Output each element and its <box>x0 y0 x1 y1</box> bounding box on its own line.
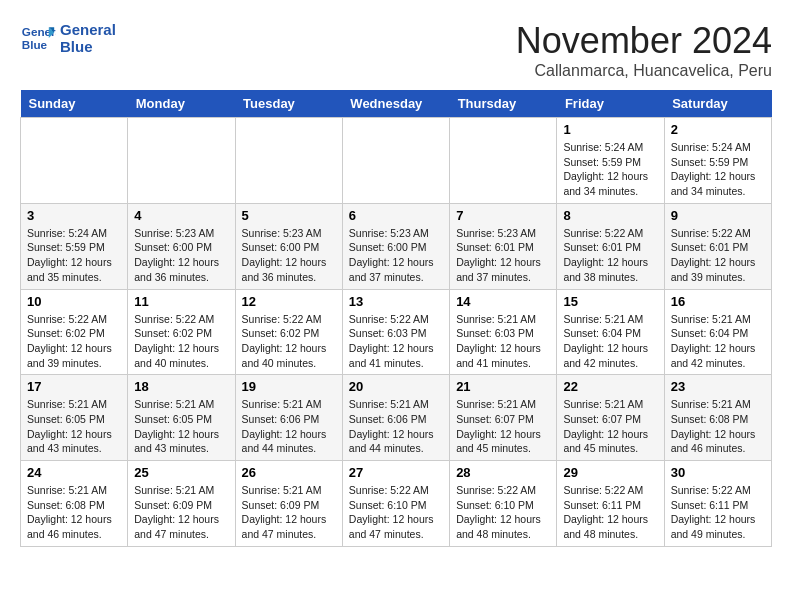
cell-info: Sunrise: 5:21 AM Sunset: 6:06 PM Dayligh… <box>242 397 336 456</box>
cell-info: Sunrise: 5:21 AM Sunset: 6:07 PM Dayligh… <box>456 397 550 456</box>
cell-info: Sunrise: 5:22 AM Sunset: 6:11 PM Dayligh… <box>563 483 657 542</box>
day-number: 11 <box>134 294 228 309</box>
col-header-tuesday: Tuesday <box>235 90 342 118</box>
calendar-cell <box>342 118 449 204</box>
calendar-cell: 20Sunrise: 5:21 AM Sunset: 6:06 PM Dayli… <box>342 375 449 461</box>
day-number: 21 <box>456 379 550 394</box>
calendar-cell: 13Sunrise: 5:22 AM Sunset: 6:03 PM Dayli… <box>342 289 449 375</box>
calendar-cell: 29Sunrise: 5:22 AM Sunset: 6:11 PM Dayli… <box>557 461 664 547</box>
cell-info: Sunrise: 5:21 AM Sunset: 6:04 PM Dayligh… <box>671 312 765 371</box>
day-number: 14 <box>456 294 550 309</box>
calendar-cell: 2Sunrise: 5:24 AM Sunset: 5:59 PM Daylig… <box>664 118 771 204</box>
cell-info: Sunrise: 5:24 AM Sunset: 5:59 PM Dayligh… <box>27 226 121 285</box>
calendar-cell: 12Sunrise: 5:22 AM Sunset: 6:02 PM Dayli… <box>235 289 342 375</box>
calendar-cell: 21Sunrise: 5:21 AM Sunset: 6:07 PM Dayli… <box>450 375 557 461</box>
cell-info: Sunrise: 5:22 AM Sunset: 6:11 PM Dayligh… <box>671 483 765 542</box>
day-number: 19 <box>242 379 336 394</box>
cell-info: Sunrise: 5:21 AM Sunset: 6:08 PM Dayligh… <box>27 483 121 542</box>
day-number: 28 <box>456 465 550 480</box>
cell-info: Sunrise: 5:22 AM Sunset: 6:01 PM Dayligh… <box>671 226 765 285</box>
calendar-cell: 22Sunrise: 5:21 AM Sunset: 6:07 PM Dayli… <box>557 375 664 461</box>
day-number: 18 <box>134 379 228 394</box>
logo-icon: General Blue <box>20 20 56 56</box>
cell-info: Sunrise: 5:24 AM Sunset: 5:59 PM Dayligh… <box>563 140 657 199</box>
title-area: November 2024 Callanmarca, Huancavelica,… <box>516 20 772 80</box>
day-number: 9 <box>671 208 765 223</box>
cell-info: Sunrise: 5:21 AM Sunset: 6:03 PM Dayligh… <box>456 312 550 371</box>
calendar-cell: 16Sunrise: 5:21 AM Sunset: 6:04 PM Dayli… <box>664 289 771 375</box>
day-number: 26 <box>242 465 336 480</box>
cell-info: Sunrise: 5:23 AM Sunset: 6:01 PM Dayligh… <box>456 226 550 285</box>
cell-info: Sunrise: 5:21 AM Sunset: 6:09 PM Dayligh… <box>134 483 228 542</box>
calendar-table: SundayMondayTuesdayWednesdayThursdayFrid… <box>20 90 772 547</box>
calendar-cell: 1Sunrise: 5:24 AM Sunset: 5:59 PM Daylig… <box>557 118 664 204</box>
week-row-4: 17Sunrise: 5:21 AM Sunset: 6:05 PM Dayli… <box>21 375 772 461</box>
calendar-cell: 18Sunrise: 5:21 AM Sunset: 6:05 PM Dayli… <box>128 375 235 461</box>
calendar-cell: 14Sunrise: 5:21 AM Sunset: 6:03 PM Dayli… <box>450 289 557 375</box>
svg-text:Blue: Blue <box>22 38 48 51</box>
cell-info: Sunrise: 5:22 AM Sunset: 6:02 PM Dayligh… <box>242 312 336 371</box>
day-number: 30 <box>671 465 765 480</box>
logo-line1: General <box>60 21 116 38</box>
week-row-1: 1Sunrise: 5:24 AM Sunset: 5:59 PM Daylig… <box>21 118 772 204</box>
day-number: 24 <box>27 465 121 480</box>
logo: General Blue General Blue <box>20 20 116 56</box>
calendar-cell: 24Sunrise: 5:21 AM Sunset: 6:08 PM Dayli… <box>21 461 128 547</box>
calendar-cell <box>450 118 557 204</box>
calendar-cell: 8Sunrise: 5:22 AM Sunset: 6:01 PM Daylig… <box>557 203 664 289</box>
week-row-3: 10Sunrise: 5:22 AM Sunset: 6:02 PM Dayli… <box>21 289 772 375</box>
day-number: 5 <box>242 208 336 223</box>
calendar-cell: 17Sunrise: 5:21 AM Sunset: 6:05 PM Dayli… <box>21 375 128 461</box>
calendar-cell: 6Sunrise: 5:23 AM Sunset: 6:00 PM Daylig… <box>342 203 449 289</box>
cell-info: Sunrise: 5:22 AM Sunset: 6:10 PM Dayligh… <box>456 483 550 542</box>
cell-info: Sunrise: 5:24 AM Sunset: 5:59 PM Dayligh… <box>671 140 765 199</box>
calendar-cell <box>128 118 235 204</box>
col-header-monday: Monday <box>128 90 235 118</box>
calendar-cell: 5Sunrise: 5:23 AM Sunset: 6:00 PM Daylig… <box>235 203 342 289</box>
day-number: 23 <box>671 379 765 394</box>
day-number: 20 <box>349 379 443 394</box>
calendar-cell: 3Sunrise: 5:24 AM Sunset: 5:59 PM Daylig… <box>21 203 128 289</box>
calendar-cell <box>21 118 128 204</box>
cell-info: Sunrise: 5:22 AM Sunset: 6:01 PM Dayligh… <box>563 226 657 285</box>
day-number: 6 <box>349 208 443 223</box>
day-number: 29 <box>563 465 657 480</box>
day-number: 12 <box>242 294 336 309</box>
col-header-sunday: Sunday <box>21 90 128 118</box>
calendar-cell: 30Sunrise: 5:22 AM Sunset: 6:11 PM Dayli… <box>664 461 771 547</box>
cell-info: Sunrise: 5:22 AM Sunset: 6:02 PM Dayligh… <box>27 312 121 371</box>
cell-info: Sunrise: 5:21 AM Sunset: 6:05 PM Dayligh… <box>27 397 121 456</box>
cell-info: Sunrise: 5:23 AM Sunset: 6:00 PM Dayligh… <box>349 226 443 285</box>
cell-info: Sunrise: 5:22 AM Sunset: 6:10 PM Dayligh… <box>349 483 443 542</box>
calendar-cell: 25Sunrise: 5:21 AM Sunset: 6:09 PM Dayli… <box>128 461 235 547</box>
logo-line2: Blue <box>60 38 116 55</box>
cell-info: Sunrise: 5:21 AM Sunset: 6:07 PM Dayligh… <box>563 397 657 456</box>
week-row-5: 24Sunrise: 5:21 AM Sunset: 6:08 PM Dayli… <box>21 461 772 547</box>
calendar-cell: 9Sunrise: 5:22 AM Sunset: 6:01 PM Daylig… <box>664 203 771 289</box>
calendar-cell: 26Sunrise: 5:21 AM Sunset: 6:09 PM Dayli… <box>235 461 342 547</box>
cell-info: Sunrise: 5:21 AM Sunset: 6:06 PM Dayligh… <box>349 397 443 456</box>
day-number: 15 <box>563 294 657 309</box>
cell-info: Sunrise: 5:23 AM Sunset: 6:00 PM Dayligh… <box>134 226 228 285</box>
cell-info: Sunrise: 5:23 AM Sunset: 6:00 PM Dayligh… <box>242 226 336 285</box>
calendar-cell: 11Sunrise: 5:22 AM Sunset: 6:02 PM Dayli… <box>128 289 235 375</box>
day-number: 27 <box>349 465 443 480</box>
day-number: 3 <box>27 208 121 223</box>
calendar-cell: 23Sunrise: 5:21 AM Sunset: 6:08 PM Dayli… <box>664 375 771 461</box>
month-title: November 2024 <box>516 20 772 62</box>
cell-info: Sunrise: 5:21 AM Sunset: 6:04 PM Dayligh… <box>563 312 657 371</box>
day-number: 25 <box>134 465 228 480</box>
cell-info: Sunrise: 5:22 AM Sunset: 6:03 PM Dayligh… <box>349 312 443 371</box>
day-number: 10 <box>27 294 121 309</box>
col-header-thursday: Thursday <box>450 90 557 118</box>
day-number: 7 <box>456 208 550 223</box>
cell-info: Sunrise: 5:21 AM Sunset: 6:08 PM Dayligh… <box>671 397 765 456</box>
calendar-cell: 19Sunrise: 5:21 AM Sunset: 6:06 PM Dayli… <box>235 375 342 461</box>
week-row-2: 3Sunrise: 5:24 AM Sunset: 5:59 PM Daylig… <box>21 203 772 289</box>
header-row: SundayMondayTuesdayWednesdayThursdayFrid… <box>21 90 772 118</box>
day-number: 17 <box>27 379 121 394</box>
location-title: Callanmarca, Huancavelica, Peru <box>516 62 772 80</box>
calendar-cell: 7Sunrise: 5:23 AM Sunset: 6:01 PM Daylig… <box>450 203 557 289</box>
day-number: 8 <box>563 208 657 223</box>
cell-info: Sunrise: 5:21 AM Sunset: 6:09 PM Dayligh… <box>242 483 336 542</box>
